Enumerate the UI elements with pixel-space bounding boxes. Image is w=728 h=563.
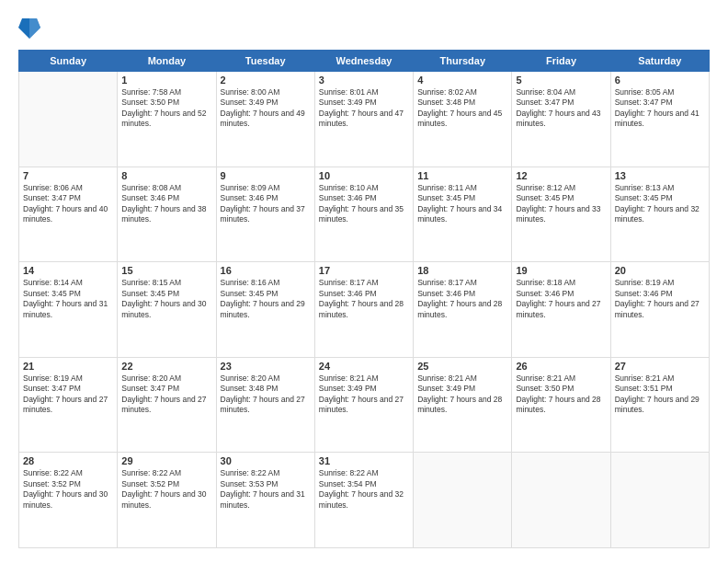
- day-info: Sunrise: 8:21 AM Sunset: 3:50 PM Dayligh…: [516, 373, 606, 416]
- sunset-label: Sunset: 3:47 PM: [23, 193, 81, 202]
- day-number: 23: [221, 361, 311, 372]
- sunrise-label: Sunrise: 8:21 AM: [417, 373, 477, 383]
- weekday-header: Wednesday: [314, 51, 413, 72]
- calendar-cell: 4 Sunrise: 8:02 AM Sunset: 3:48 PM Dayli…: [414, 72, 512, 167]
- sunset-label: Sunset: 3:49 PM: [417, 384, 475, 393]
- sunset-label: Sunset: 3:51 PM: [615, 384, 673, 393]
- day-info: Sunrise: 8:22 AM Sunset: 3:52 PM Dayligh…: [121, 468, 211, 511]
- sunrise-label: Sunrise: 8:22 AM: [319, 468, 379, 477]
- weekday-header: Tuesday: [216, 51, 314, 72]
- calendar-cell: 19 Sunrise: 8:18 AM Sunset: 3:46 PM Dayl…: [512, 262, 610, 358]
- weekday-header: Thursday: [414, 51, 512, 72]
- calendar-cell: 16 Sunrise: 8:16 AM Sunset: 3:45 PM Dayl…: [216, 262, 314, 358]
- sunrise-label: Sunrise: 8:16 AM: [221, 278, 280, 287]
- day-info: Sunrise: 8:00 AM Sunset: 3:49 PM Dayligh…: [221, 87, 311, 130]
- day-number: 16: [221, 265, 311, 276]
- calendar-cell: 26 Sunrise: 8:21 AM Sunset: 3:50 PM Dayl…: [512, 357, 610, 453]
- calendar-cell: 28 Sunrise: 8:22 AM Sunset: 3:52 PM Dayl…: [19, 453, 118, 548]
- sunset-label: Sunset: 3:45 PM: [121, 289, 179, 298]
- day-number: 27: [615, 361, 705, 372]
- daylight-label: Daylight: 7 hours and 47 minutes.: [319, 109, 404, 128]
- day-info: Sunrise: 8:08 AM Sunset: 3:46 PM Dayligh…: [121, 183, 211, 225]
- sunset-label: Sunset: 3:52 PM: [23, 479, 81, 488]
- day-number: 18: [417, 265, 507, 276]
- logo: [18, 15, 44, 40]
- calendar-cell: 5 Sunrise: 8:04 AM Sunset: 3:47 PM Dayli…: [512, 72, 610, 167]
- daylight-label: Daylight: 7 hours and 37 minutes.: [221, 204, 305, 224]
- calendar-week-row: 14 Sunrise: 8:14 AM Sunset: 3:45 PM Dayl…: [19, 262, 710, 358]
- sunrise-label: Sunrise: 8:11 AM: [417, 183, 477, 192]
- sunrise-label: Sunrise: 8:22 AM: [221, 468, 280, 477]
- day-info: Sunrise: 8:19 AM Sunset: 3:46 PM Dayligh…: [615, 278, 705, 320]
- sunrise-label: Sunrise: 8:09 AM: [221, 183, 280, 192]
- sunset-label: Sunset: 3:49 PM: [319, 98, 377, 107]
- daylight-label: Daylight: 7 hours and 27 minutes.: [121, 395, 206, 414]
- weekday-header: Monday: [118, 51, 216, 72]
- calendar-cell: 21 Sunrise: 8:19 AM Sunset: 3:47 PM Dayl…: [19, 357, 118, 453]
- calendar-cell: [512, 453, 610, 548]
- day-number: 9: [221, 170, 311, 181]
- day-info: Sunrise: 8:20 AM Sunset: 3:47 PM Dayligh…: [121, 373, 211, 416]
- day-info: Sunrise: 8:17 AM Sunset: 3:46 PM Dayligh…: [417, 278, 507, 320]
- calendar-cell: 13 Sunrise: 8:13 AM Sunset: 3:45 PM Dayl…: [610, 167, 709, 262]
- sunset-label: Sunset: 3:47 PM: [23, 384, 81, 393]
- calendar-cell: 12 Sunrise: 8:12 AM Sunset: 3:45 PM Dayl…: [512, 167, 610, 262]
- day-info: Sunrise: 7:58 AM Sunset: 3:50 PM Dayligh…: [121, 87, 211, 130]
- day-number: 2: [221, 75, 311, 86]
- sunrise-label: Sunrise: 8:14 AM: [23, 278, 83, 287]
- sunrise-label: Sunrise: 8:05 AM: [615, 87, 675, 97]
- daylight-label: Daylight: 7 hours and 28 minutes.: [417, 299, 502, 318]
- sunset-label: Sunset: 3:47 PM: [615, 98, 673, 107]
- sunset-label: Sunset: 3:49 PM: [319, 384, 377, 393]
- calendar-cell: 11 Sunrise: 8:11 AM Sunset: 3:45 PM Dayl…: [414, 167, 512, 262]
- daylight-label: Daylight: 7 hours and 27 minutes.: [221, 395, 305, 414]
- daylight-label: Daylight: 7 hours and 31 minutes.: [221, 489, 305, 509]
- calendar-cell: 30 Sunrise: 8:22 AM Sunset: 3:53 PM Dayl…: [216, 453, 314, 548]
- calendar-cell: 22 Sunrise: 8:20 AM Sunset: 3:47 PM Dayl…: [118, 357, 216, 453]
- day-number: 24: [319, 361, 409, 372]
- day-info: Sunrise: 8:09 AM Sunset: 3:46 PM Dayligh…: [221, 183, 311, 225]
- sunrise-label: Sunrise: 8:22 AM: [23, 468, 83, 477]
- day-number: 28: [23, 455, 113, 466]
- day-number: 26: [516, 361, 606, 372]
- calendar-cell: 24 Sunrise: 8:21 AM Sunset: 3:49 PM Dayl…: [314, 357, 413, 453]
- sunset-label: Sunset: 3:46 PM: [516, 289, 574, 298]
- day-number: 22: [121, 361, 211, 372]
- daylight-label: Daylight: 7 hours and 27 minutes.: [319, 395, 404, 414]
- daylight-label: Daylight: 7 hours and 41 minutes.: [615, 109, 700, 128]
- day-info: Sunrise: 8:14 AM Sunset: 3:45 PM Dayligh…: [23, 278, 113, 320]
- sunset-label: Sunset: 3:46 PM: [417, 289, 475, 298]
- sunrise-label: Sunrise: 8:02 AM: [417, 87, 477, 97]
- calendar-cell: 9 Sunrise: 8:09 AM Sunset: 3:46 PM Dayli…: [216, 167, 314, 262]
- sunset-label: Sunset: 3:47 PM: [121, 384, 179, 393]
- calendar-cell: 3 Sunrise: 8:01 AM Sunset: 3:49 PM Dayli…: [314, 72, 413, 167]
- day-info: Sunrise: 8:22 AM Sunset: 3:53 PM Dayligh…: [221, 468, 311, 511]
- day-info: Sunrise: 8:22 AM Sunset: 3:54 PM Dayligh…: [319, 468, 409, 511]
- day-number: 30: [221, 455, 311, 466]
- calendar-cell: 23 Sunrise: 8:20 AM Sunset: 3:48 PM Dayl…: [216, 357, 314, 453]
- sunset-label: Sunset: 3:45 PM: [417, 193, 475, 202]
- calendar-cell: [414, 453, 512, 548]
- sunrise-label: Sunrise: 8:10 AM: [319, 183, 379, 192]
- calendar-cell: 20 Sunrise: 8:19 AM Sunset: 3:46 PM Dayl…: [610, 262, 709, 358]
- day-number: 14: [23, 265, 113, 276]
- calendar-cell: 10 Sunrise: 8:10 AM Sunset: 3:46 PM Dayl…: [314, 167, 413, 262]
- daylight-label: Daylight: 7 hours and 52 minutes.: [121, 109, 206, 128]
- day-number: 6: [615, 75, 705, 86]
- daylight-label: Daylight: 7 hours and 31 minutes.: [23, 299, 108, 318]
- sunrise-label: Sunrise: 8:00 AM: [221, 87, 280, 97]
- calendar-week-row: 7 Sunrise: 8:06 AM Sunset: 3:47 PM Dayli…: [19, 167, 710, 262]
- calendar-cell: 1 Sunrise: 7:58 AM Sunset: 3:50 PM Dayli…: [118, 72, 216, 167]
- day-number: 25: [417, 361, 507, 372]
- sunrise-label: Sunrise: 8:01 AM: [319, 87, 379, 97]
- day-info: Sunrise: 8:18 AM Sunset: 3:46 PM Dayligh…: [516, 278, 606, 320]
- day-info: Sunrise: 8:20 AM Sunset: 3:48 PM Dayligh…: [221, 373, 311, 416]
- day-info: Sunrise: 8:21 AM Sunset: 3:49 PM Dayligh…: [319, 373, 409, 416]
- day-number: 11: [417, 170, 507, 181]
- day-number: 31: [319, 455, 409, 466]
- day-info: Sunrise: 8:21 AM Sunset: 3:51 PM Dayligh…: [615, 373, 705, 416]
- calendar-cell: 17 Sunrise: 8:17 AM Sunset: 3:46 PM Dayl…: [314, 262, 413, 358]
- sunset-label: Sunset: 3:45 PM: [23, 289, 81, 298]
- calendar-cell: 27 Sunrise: 8:21 AM Sunset: 3:51 PM Dayl…: [610, 357, 709, 453]
- daylight-label: Daylight: 7 hours and 38 minutes.: [121, 204, 206, 224]
